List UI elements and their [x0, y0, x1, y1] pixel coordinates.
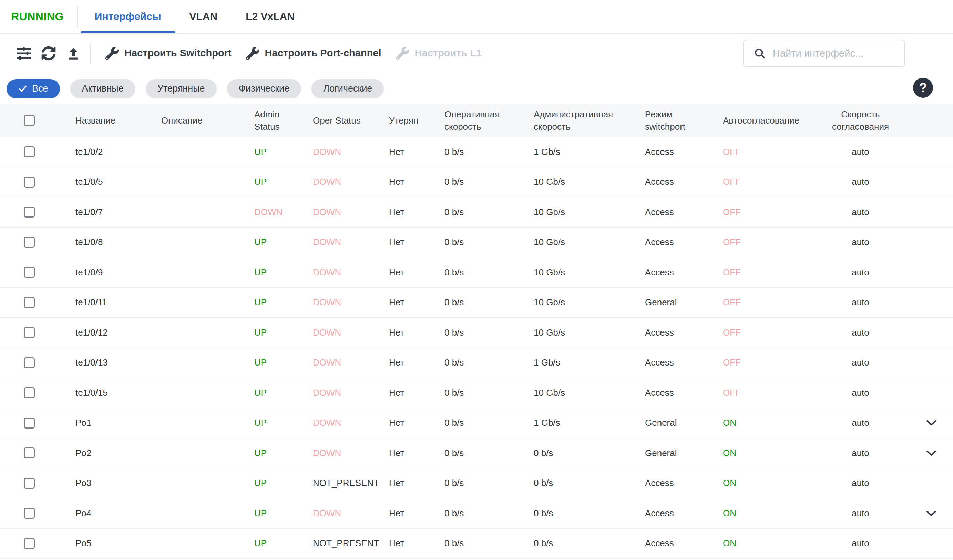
cell-switchport_mode: Access [637, 498, 715, 528]
cell-admin_speed: 1 Gb/s [525, 408, 637, 438]
cell-description [155, 197, 251, 227]
column-header-description: Описание [155, 104, 251, 137]
row-checkbox[interactable] [24, 478, 35, 489]
row-checkbox[interactable] [24, 146, 35, 157]
cell-oper_speed: 0 b/s [441, 408, 525, 438]
cell-name: te1/0/8 [59, 227, 155, 257]
help-button[interactable]: ? [913, 78, 933, 98]
filter-chip-все[interactable]: Все [6, 79, 60, 99]
table-row: te1/0/9UPDOWNНет0 b/s10 Gb/sAccessOFFaut… [0, 257, 953, 288]
row-checkbox[interactable] [24, 207, 35, 218]
configure-switchport-button[interactable]: Настроить Switchport [106, 47, 231, 60]
search-icon [744, 47, 766, 60]
table-settings-button[interactable] [15, 45, 33, 62]
wrench-icon [106, 47, 118, 60]
chevron-down-icon[interactable] [926, 510, 936, 516]
running-status-label: RUNNING [11, 10, 64, 23]
row-checkbox[interactable] [24, 297, 35, 308]
row-checkbox[interactable] [24, 176, 35, 187]
search-input[interactable] [773, 48, 903, 59]
cell-description [155, 348, 251, 378]
cell-oper_status: DOWN [307, 378, 382, 408]
row-expand-cell [910, 288, 953, 318]
column-header-oper_speed: Оперативная скорость [441, 104, 525, 137]
filter-chip-label: Все [32, 83, 48, 94]
cell-admin_speed: 0 b/s [525, 498, 637, 528]
row-checkbox[interactable] [24, 447, 35, 458]
cell-neg_speed: auto [812, 529, 910, 558]
cell-switchport_mode: Access [637, 469, 715, 498]
column-header-admin_speed: Административная скорость [525, 104, 637, 137]
cell-neg_speed: auto [812, 408, 910, 438]
tab-интерфейсы[interactable]: Интерфейсы [81, 0, 175, 33]
refresh-button[interactable] [40, 45, 57, 62]
cell-admin_speed: 0 b/s [525, 469, 637, 498]
row-checkbox[interactable] [24, 237, 35, 248]
filter-chip-утерянные[interactable]: Утерянные [146, 79, 217, 99]
table-body: te1/0/2UPDOWNНет0 b/s1 Gb/sAccessOFFauto… [0, 137, 953, 558]
cell-lost: Нет [382, 438, 441, 468]
row-checkbox[interactable] [24, 357, 35, 368]
cell-oper_speed: 0 b/s [441, 529, 525, 558]
cell-oper_status: DOWN [307, 498, 382, 528]
cell-admin_status: DOWN [251, 197, 307, 227]
cell-description [155, 257, 251, 288]
table-row: te1/0/11UPDOWNНет0 b/s10 Gb/sGeneralOFFa… [0, 288, 953, 318]
refresh-icon [41, 46, 56, 60]
cell-neg_speed: auto [812, 378, 910, 408]
table-row: Po3UPNOT_PRESENTНет0 b/s0 b/sAccessONaut… [0, 469, 953, 499]
cell-autoneg: OFF [715, 318, 812, 348]
cell-neg_speed: auto [812, 137, 910, 167]
cell-name: te1/0/5 [59, 167, 155, 197]
row-checkbox[interactable] [24, 508, 35, 519]
row-select-cell [0, 348, 59, 378]
cell-oper_speed: 0 b/s [441, 348, 525, 378]
filter-chip-активные[interactable]: Активные [70, 79, 135, 99]
cell-admin_speed: 10 Gb/s [525, 378, 637, 408]
cell-description [155, 167, 251, 197]
cell-autoneg: ON [715, 529, 812, 558]
cell-lost: Нет [382, 469, 441, 498]
upload-button[interactable] [65, 45, 82, 62]
cell-name: te1/0/11 [59, 288, 155, 318]
configure-portchannel-button[interactable]: Настроить Port-channel [246, 47, 382, 60]
table-row: Po2UPDOWNНет0 b/s0 b/sGeneralONauto [0, 438, 953, 469]
cell-name: Po3 [59, 469, 155, 498]
filter-chip-label: Логические [323, 83, 372, 94]
row-checkbox[interactable] [24, 538, 35, 549]
row-checkbox[interactable] [24, 327, 35, 338]
column-header-switchport_mode: Режим switchport [637, 104, 715, 137]
tabbar-divider [77, 6, 78, 27]
cell-oper_speed: 0 b/s [441, 288, 525, 318]
cell-name: te1/0/15 [59, 378, 155, 408]
row-checkbox[interactable] [24, 267, 35, 278]
cell-description [155, 318, 251, 348]
row-select-cell [0, 167, 59, 197]
row-checkbox[interactable] [24, 418, 35, 429]
row-expand-cell [910, 348, 953, 378]
select-all-checkbox[interactable] [24, 115, 35, 126]
cell-admin_speed: 10 Gb/s [525, 167, 637, 197]
cell-description [155, 408, 251, 438]
row-checkbox[interactable] [24, 387, 35, 398]
tab-l2-vxlan[interactable]: L2 VxLAN [231, 0, 309, 33]
row-expand-cell [910, 529, 953, 558]
row-select-cell [0, 227, 59, 257]
chevron-down-icon[interactable] [926, 420, 936, 426]
chevron-down-icon[interactable] [926, 450, 936, 456]
toolbar-divider [90, 43, 91, 64]
filter-chip-логические[interactable]: Логические [312, 79, 384, 99]
tab-vlan[interactable]: VLAN [175, 0, 232, 33]
row-expand-cell [910, 227, 953, 257]
cell-lost: Нет [382, 348, 441, 378]
configure-l1-button[interactable]: Настроить L1 [396, 47, 482, 60]
cell-admin_status: UP [251, 318, 307, 348]
wrench-icon [246, 47, 259, 60]
row-select-cell [0, 438, 59, 468]
filter-chip-физические[interactable]: Физические [227, 79, 301, 99]
cell-oper_status: DOWN [307, 197, 382, 227]
column-header-name: Название [59, 104, 155, 137]
table-row: Po5UPNOT_PRESENTНет0 b/s0 b/sAccessONaut… [0, 529, 953, 559]
cell-admin_status: UP [251, 438, 307, 468]
toolbar: Настроить Switchport Настроить Port-chan… [0, 34, 953, 73]
